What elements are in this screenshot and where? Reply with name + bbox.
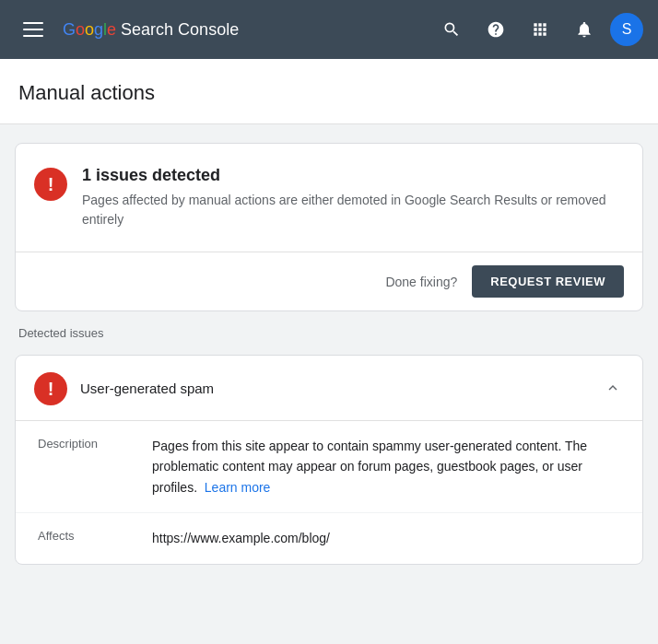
learn-more-link[interactable]: Learn more (205, 480, 271, 495)
page-title: Manual actions (18, 81, 640, 105)
topnav-left: Google Search Console (15, 11, 418, 48)
apps-button[interactable] (522, 11, 558, 48)
summary-text: 1 issues detected Pages affected by manu… (82, 166, 624, 229)
search-button[interactable] (433, 11, 470, 48)
issue-header[interactable]: ! User-generated spam (16, 356, 642, 421)
issue-card: ! User-generated spam Description Pages … (15, 355, 643, 565)
issue-header-left: ! User-generated spam (34, 370, 602, 405)
logo-text: Google Search Console (63, 20, 239, 40)
notifications-icon (575, 20, 593, 39)
avatar-label: S (622, 21, 632, 38)
summary-card: ! 1 issues detected Pages affected by ma… (15, 143, 643, 311)
issue-title: User-generated spam (80, 381, 214, 396)
issue-details: Description Pages from this site appear … (16, 421, 642, 564)
issue-exclamation-icon: ! (48, 380, 54, 398)
affects-row: Affects https://www.example.com/blog/ (16, 513, 642, 563)
description-label: Description (38, 436, 130, 498)
page-header: Manual actions (0, 59, 658, 124)
topnav-icons: S (433, 11, 643, 48)
request-review-button[interactable]: REQUEST REVIEW (472, 265, 624, 298)
notifications-button[interactable] (566, 11, 603, 48)
chevron-up-icon (602, 377, 624, 399)
detected-issues-label: Detected issues (15, 326, 643, 340)
hamburger-icon (19, 18, 47, 41)
summary-actions: Done fixing? REQUEST REVIEW (16, 252, 642, 310)
error-icon-circle: ! (34, 168, 67, 201)
main-content: ! 1 issues detected Pages affected by ma… (0, 124, 658, 583)
affects-url: https://www.example.com/blog/ (152, 528, 330, 548)
description-value: Pages from this site appear to contain s… (152, 436, 620, 498)
avatar-button[interactable]: S (610, 13, 643, 46)
issues-count: 1 issues detected (82, 166, 624, 185)
description-row: Description Pages from this site appear … (16, 421, 642, 513)
summary-description: Pages affected by manual actions are eit… (82, 191, 624, 229)
top-navigation: Google Search Console S (0, 0, 658, 59)
exclamation-icon: ! (48, 175, 54, 193)
search-icon (442, 20, 461, 39)
affects-label: Affects (38, 528, 130, 548)
apps-icon (531, 20, 549, 39)
help-button[interactable] (477, 11, 514, 48)
issue-error-icon: ! (34, 372, 67, 405)
help-icon (487, 20, 505, 39)
summary-top: ! 1 issues detected Pages affected by ma… (16, 144, 642, 252)
done-fixing-label: Done fixing? (385, 275, 457, 289)
menu-button[interactable] (15, 11, 52, 48)
